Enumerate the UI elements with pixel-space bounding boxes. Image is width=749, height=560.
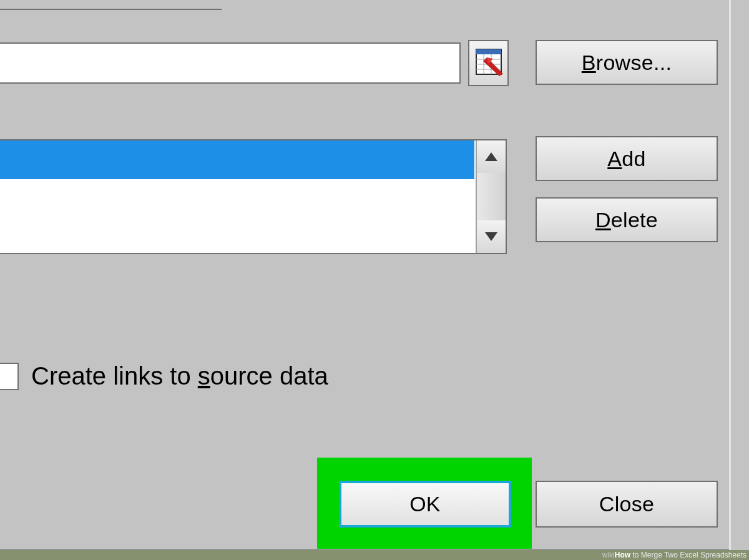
button-mnemonic: B — [582, 51, 596, 75]
create-links-checkbox[interactable] — [0, 363, 19, 390]
label-mnemonic: s — [198, 362, 210, 390]
all-references-listbox[interactable] — [0, 139, 507, 254]
scroll-up-button[interactable] — [477, 140, 506, 173]
watermark-text: to Merge Two Excel Spreadsheets — [630, 551, 747, 559]
chevron-down-icon — [485, 232, 497, 241]
create-links-row: Create links to source data — [0, 362, 328, 390]
button-label: Close — [599, 492, 654, 516]
list-item[interactable] — [0, 140, 474, 179]
ok-button[interactable]: OK — [339, 481, 511, 528]
browse-button[interactable]: Browse... — [536, 40, 718, 85]
scroll-down-button[interactable] — [477, 220, 506, 253]
watermark-caption: wikiHow to Merge Two Excel Spreadsheets — [0, 550, 749, 560]
add-button[interactable]: Add — [536, 136, 718, 181]
button-label: OK — [409, 492, 441, 516]
chevron-up-icon — [485, 152, 497, 161]
button-label: rowse... — [596, 51, 672, 75]
svg-rect-1 — [476, 49, 501, 54]
delete-button[interactable]: Delete — [536, 197, 718, 242]
watermark-bold: How — [615, 551, 630, 559]
reference-input[interactable] — [0, 42, 461, 84]
button-mnemonic: A — [607, 147, 622, 171]
button-mnemonic: D — [595, 208, 611, 232]
window-edge — [727, 0, 749, 560]
range-picker-button[interactable] — [468, 40, 509, 86]
label-text: ource data — [210, 362, 328, 390]
separator — [0, 9, 222, 10]
button-label: dd — [622, 147, 645, 171]
scrollbar[interactable] — [476, 140, 506, 253]
watermark-prefix: wiki — [602, 551, 615, 559]
button-label: elete — [611, 208, 658, 232]
close-button[interactable]: Close — [536, 481, 718, 528]
create-links-label: Create links to source data — [31, 362, 328, 390]
label-text: Create links to — [31, 362, 198, 390]
consolidate-dialog: Browse... Add Delete Create links t — [0, 0, 729, 551]
collapse-dialog-icon — [474, 47, 503, 79]
